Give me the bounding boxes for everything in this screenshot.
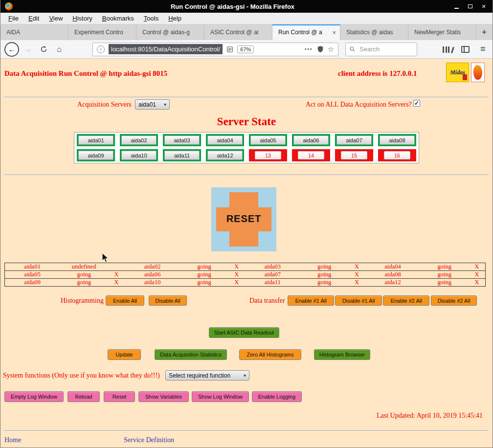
daq-x-link[interactable]: X <box>228 263 245 271</box>
daq-x-link[interactable]: X <box>108 271 125 279</box>
menu-tools[interactable]: Tools <box>139 15 163 22</box>
bookmark-star-icon[interactable]: ☆ <box>328 45 334 53</box>
daq-statistics-button[interactable]: Data Acquisition Statistics <box>155 349 227 360</box>
page-actions-icon[interactable]: ••• <box>305 46 313 52</box>
hamburger-menu-icon[interactable]: ≡ <box>480 44 486 54</box>
site-info-icon[interactable]: i <box>97 45 105 53</box>
service-definition-link[interactable]: Service Definition <box>124 436 174 444</box>
enable-2-all-button[interactable]: Enable #2 All <box>383 295 429 306</box>
search-icon <box>349 46 356 52</box>
daq-x-link[interactable]: X <box>469 271 486 279</box>
search-bar[interactable] <box>345 43 417 56</box>
daq-name: aida06 <box>125 271 180 279</box>
server-button[interactable]: aida11 <box>164 151 200 160</box>
start-asic-readout-button[interactable]: Start ASIC Data Readout <box>209 327 279 338</box>
menu-edit[interactable]: Edit <box>23 15 44 22</box>
daq-x-link[interactable]: X <box>348 279 365 287</box>
tab-aida[interactable]: AIDA <box>0 24 68 40</box>
server-button[interactable]: aida12 <box>207 151 243 160</box>
pocket-shield-icon[interactable] <box>317 45 324 53</box>
acquisition-server-select[interactable]: aida01 ▾ <box>135 99 170 110</box>
server-button[interactable]: aida06 <box>293 135 329 145</box>
reader-mode-icon[interactable] <box>226 46 233 53</box>
tab-control[interactable]: Control @ aidas-g <box>136 24 204 40</box>
new-tab-button[interactable]: + <box>476 24 492 40</box>
server-button[interactable]: aida09 <box>78 151 113 160</box>
disable-all-button[interactable]: Disable All <box>149 295 187 306</box>
forward-button[interactable]: → <box>22 45 34 53</box>
empty-log-window-button[interactable]: Empty Log Window <box>4 391 64 402</box>
daq-state: going <box>180 279 228 287</box>
menu-bookmarks[interactable]: Bookmarks <box>97 15 139 22</box>
system-function-select[interactable]: Select required function ▾ <box>165 370 249 381</box>
disable-1-all-button[interactable]: Disable #1 All <box>335 295 382 306</box>
act-on-all-checkbox[interactable]: ✓ <box>413 100 420 107</box>
institute-logo[interactable] <box>471 63 485 82</box>
midas-logo[interactable]: Midas <box>446 63 469 82</box>
tab-statistics[interactable]: Statistics @ aidas <box>340 24 408 40</box>
show-variables-button[interactable]: Show Variables <box>138 391 189 402</box>
institute-logo-figure <box>473 65 482 80</box>
tab-experiment-control[interactable]: Experiment Contro <box>68 24 136 40</box>
tab-run-control-active[interactable]: Run Control @ a × <box>272 24 340 40</box>
enable-logging-button[interactable]: Enable Logging <box>252 391 302 402</box>
server-button-error[interactable]: 13 <box>255 151 281 159</box>
server-button[interactable]: aida05 <box>250 135 286 145</box>
back-button[interactable]: ← <box>4 42 19 57</box>
daq-name: aida03 <box>245 263 300 271</box>
daq-x-link[interactable]: X <box>469 263 486 271</box>
page-title: Data Acquisition Run Control @ http aida… <box>4 69 167 78</box>
zero-histograms-button[interactable]: Zero All Histograms <box>239 349 301 360</box>
daq-name: aida05 <box>5 271 60 279</box>
show-log-window-button[interactable]: Show Log Window <box>192 391 249 402</box>
server-button-error[interactable]: 16 <box>384 151 410 159</box>
disable-2-all-button[interactable]: Disable #2 All <box>431 295 477 306</box>
daq-x-link[interactable]: X <box>108 279 125 287</box>
server-button[interactable]: aida02 <box>121 135 157 145</box>
daq-x-link[interactable]: X <box>348 271 365 279</box>
reload-button[interactable] <box>38 45 49 53</box>
reset-button[interactable]: RESET <box>211 187 276 251</box>
reload-page-button[interactable]: Reload <box>67 391 100 402</box>
daq-x-link[interactable]: X <box>228 279 245 287</box>
server-button[interactable]: aida01 <box>78 135 113 145</box>
client-address: client address is 127.0.0.1 <box>338 69 417 78</box>
menu-file[interactable]: File <box>3 15 23 22</box>
tab-newmerger-statistics[interactable]: NewMerger Statis <box>408 24 476 40</box>
server-button[interactable]: aida03 <box>164 135 200 145</box>
zoom-level-badge[interactable]: 67% <box>237 45 254 53</box>
tab-close-icon[interactable]: × <box>332 29 336 36</box>
home-link[interactable]: Home <box>4 436 21 444</box>
close-button[interactable]: × <box>480 2 488 11</box>
menu-view[interactable]: View <box>44 15 67 22</box>
minimize-button[interactable] <box>452 2 460 11</box>
daq-name: aida08 <box>365 271 421 279</box>
library-icon[interactable] <box>443 46 453 53</box>
server-button[interactable]: aida07 <box>336 135 372 145</box>
url-bar[interactable]: i localhost:8015/DataAcquisitionControl/… <box>92 43 338 56</box>
server-button[interactable]: aida10 <box>121 151 157 160</box>
server-button[interactable]: aida08 <box>380 135 415 145</box>
server-button[interactable]: aida04 <box>207 135 243 145</box>
server-button-error[interactable]: 15 <box>341 151 367 159</box>
server-button-error[interactable]: 14 <box>298 151 324 159</box>
url-text[interactable]: localhost:8015/DataAcquisitionControl/ <box>109 44 223 54</box>
sidebar-toggle-icon[interactable] <box>461 46 470 53</box>
maximize-button[interactable] <box>466 2 474 11</box>
tab-asic-control[interactable]: ASIC Control @ ai <box>204 24 272 40</box>
daq-x-link[interactable]: X <box>348 263 365 271</box>
menu-history[interactable]: History <box>67 15 97 22</box>
table-row: aida09 going X aida10 going X aida11 goi… <box>5 279 486 287</box>
enable-all-button[interactable]: Enable All <box>106 295 144 306</box>
daq-x-link[interactable]: X <box>469 279 486 287</box>
data-transfer-label: Data transfer <box>249 297 285 305</box>
reset-page-button[interactable]: Reset <box>104 391 135 402</box>
midas-logo-red-mark <box>463 74 467 80</box>
daq-x-link[interactable]: X <box>228 271 245 279</box>
search-input[interactable] <box>359 45 413 53</box>
menu-help[interactable]: Help <box>163 15 186 22</box>
update-button[interactable]: Update <box>108 349 141 360</box>
home-button[interactable]: ⌂ <box>53 45 65 54</box>
enable-1-all-button[interactable]: Enable #1 All <box>288 295 334 306</box>
histogram-browser-button[interactable]: Histogram Browser <box>314 349 370 360</box>
